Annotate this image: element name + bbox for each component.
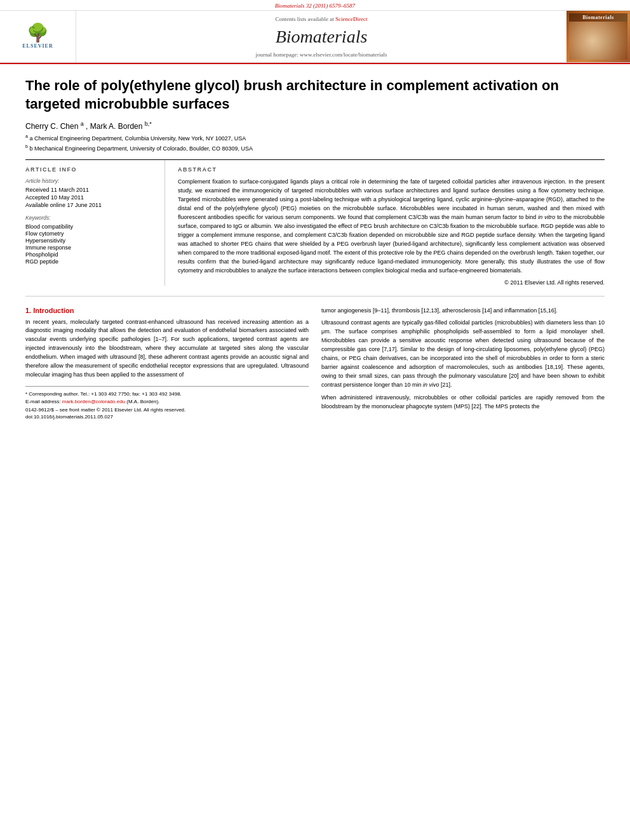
body-columns: 1. Introduction In recent years, molecul… xyxy=(25,307,605,420)
authors-line: Cherry C. Chen a , Mark A. Borden b,* xyxy=(25,121,605,131)
intro-col1-text: In recent years, molecularly targeted co… xyxy=(25,318,309,380)
sciencedirect-prefix: Contents lists available at xyxy=(276,16,334,22)
abstract-text: Complement fixation to surface-conjugate… xyxy=(178,178,605,275)
affiliation-b: b b Mechanical Engineering Department, U… xyxy=(25,143,605,154)
keyword-2: Flow cytometry xyxy=(25,230,155,237)
keyword-6: RGD peptide xyxy=(25,258,155,265)
elsevier-text: ELSEVIER xyxy=(22,43,53,49)
keyword-3: Hypersensitivity xyxy=(25,237,155,244)
affiliations: a a Chemical Engineering Department, Col… xyxy=(25,133,605,153)
affil-sup-a: a xyxy=(81,121,84,127)
intro-section-title: 1. Introduction xyxy=(25,307,309,314)
article-info-header: ARTICLE INFO xyxy=(25,166,155,173)
journal-homepage: journal homepage: www.elsevier.com/locat… xyxy=(83,51,560,58)
journal-header: Biomaterials 32 (2011) 6579–6587 🌳 ELSEV… xyxy=(0,0,630,64)
biomaterials-logo-box: Biomaterials xyxy=(566,11,630,62)
affil-b-sup: b xyxy=(25,144,28,149)
affil-a-sup: a xyxy=(25,134,28,138)
accepted-date: Accepted 10 May 2011 xyxy=(25,194,155,201)
copyright-line: © 2011 Elsevier Ltd. All rights reserved… xyxy=(178,279,605,286)
journal-center: Contents lists available at ScienceDirec… xyxy=(76,11,566,62)
in-vitro-italic: in vitro xyxy=(538,214,555,220)
email-link[interactable]: mark.borden@colorado.edu xyxy=(62,399,125,404)
journal-citation: Biomaterials 32 (2011) 6579–6587 xyxy=(0,0,630,10)
keyword-4: Immune response xyxy=(25,244,155,251)
journal-banner: 🌳 ELSEVIER Contents lists available at S… xyxy=(0,10,630,63)
biomaterials-logo-text: Biomaterials xyxy=(569,13,627,22)
author-chen: Cherry C. Chen xyxy=(25,122,81,131)
sciencedirect-line: Contents lists available at ScienceDirec… xyxy=(83,16,560,22)
in-vivo-italic: in vivo xyxy=(423,382,439,388)
intro-p1: In recent years, molecularly targeted co… xyxy=(25,318,309,380)
abstract-header: ABSTRACT xyxy=(178,166,605,173)
affil-a-text: a Chemical Engineering Department, Colum… xyxy=(29,135,246,142)
keyword-5: Phospholipid xyxy=(25,251,155,258)
elsevier-tree-icon: 🌳 xyxy=(27,24,49,42)
intro-col2-text: tumor angiogenesis [9–11], thrombosis [1… xyxy=(321,307,605,411)
abstract-column: ABSTRACT Complement fixation to surface-… xyxy=(178,160,605,285)
intro-col2-p1: tumor angiogenesis [9–11], thrombosis [1… xyxy=(321,307,605,316)
section-divider xyxy=(25,296,605,297)
attached-word: attached xyxy=(566,196,589,203)
article-content: The role of poly(ethylene glycol) brush … xyxy=(0,64,630,432)
doi-line: doi:10.1016/j.biomaterials.2011.05.027 xyxy=(25,414,309,420)
citation-text: Biomaterials 32 (2011) 6579–6587 xyxy=(275,3,355,9)
body-col-left: 1. Introduction In recent years, molecul… xyxy=(25,307,309,420)
article-info-column: ARTICLE INFO Article history: Received 1… xyxy=(25,160,165,285)
elsevier-logo-box: 🌳 ELSEVIER xyxy=(0,11,76,62)
article-info-abstract: ARTICLE INFO Article history: Received 1… xyxy=(25,159,605,285)
journal-title: Biomaterials xyxy=(83,27,560,47)
article-title: The role of poly(ethylene glycol) brush … xyxy=(25,77,605,113)
author-separator: , xyxy=(86,122,90,131)
body-col-right: tumor angiogenesis [9–11], thrombosis [1… xyxy=(321,307,605,420)
biomaterials-logo-image xyxy=(569,22,627,60)
article-history-label: Article history: xyxy=(25,178,155,184)
keyword-1: Blood compatibility xyxy=(25,223,155,230)
intro-col2-p3: When administered intravenously, microbu… xyxy=(321,394,605,411)
footnote-area: * Corresponding author. Tel.: +1 303 492… xyxy=(25,386,309,420)
keywords-label: Keywords: xyxy=(25,215,155,221)
available-date: Available online 17 June 2011 xyxy=(25,202,155,208)
homepage-text: journal homepage: www.elsevier.com/locat… xyxy=(256,51,387,58)
intro-col2-p2: Ultrasound contrast agents are typically… xyxy=(321,319,605,390)
affiliation-a: a a Chemical Engineering Department, Col… xyxy=(25,133,605,143)
elsevier-logo: 🌳 ELSEVIER xyxy=(13,21,64,53)
affil-b-text: b Mechanical Engineering Department, Uni… xyxy=(29,145,253,152)
footnote-corresponding: * Corresponding author. Tel.: +1 303 492… xyxy=(25,390,309,398)
issn-line: 0142-9612/$ – see front matter © 2011 El… xyxy=(25,407,309,413)
footnote-email: E-mail address: mark.borden@colorado.edu… xyxy=(25,398,309,406)
author-borden: Mark A. Borden xyxy=(90,122,145,131)
sciencedirect-link[interactable]: ScienceDirect xyxy=(335,16,367,22)
affil-sup-b: b,* xyxy=(145,121,152,127)
received-date: Received 11 March 2011 xyxy=(25,187,155,193)
